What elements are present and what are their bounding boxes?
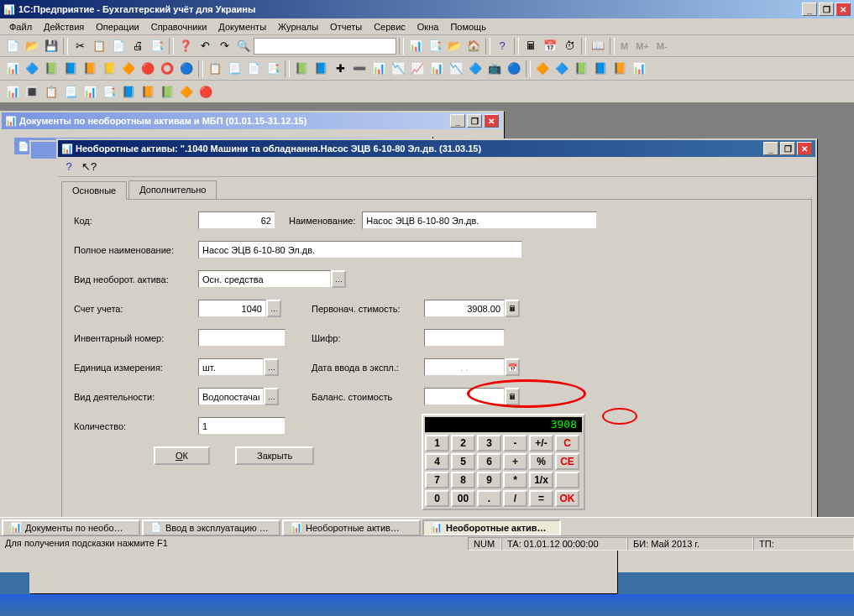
- menu-help[interactable]: Помощь: [444, 20, 492, 34]
- undo-icon[interactable]: ↶: [196, 37, 214, 55]
- book-icon[interactable]: 📖: [589, 37, 607, 55]
- tab-main[interactable]: Основные: [61, 181, 127, 200]
- ok-button[interactable]: ОК: [154, 446, 210, 465]
- t3-8-icon[interactable]: 📙: [139, 83, 157, 102]
- task-assets1[interactable]: 📊Необоротные актив…: [282, 519, 421, 536]
- calc-key-pct[interactable]: %: [529, 453, 553, 470]
- t2-11-icon[interactable]: 📋: [206, 60, 224, 78]
- t2-23-icon[interactable]: 📉: [447, 60, 465, 78]
- paste-icon[interactable]: 📄: [109, 37, 128, 55]
- t3-3-icon[interactable]: 📋: [42, 83, 60, 102]
- toolbar-search-input[interactable]: [254, 38, 396, 55]
- code-input[interactable]: [198, 211, 275, 229]
- t2-21-icon[interactable]: 📈: [408, 60, 427, 78]
- tab-extra[interactable]: Дополнительно: [128, 180, 217, 199]
- qty-input[interactable]: [198, 417, 286, 435]
- calc-key-3[interactable]: 3: [477, 435, 501, 452]
- print-icon[interactable]: 🖨: [128, 37, 147, 55]
- maximize-button[interactable]: ❐: [819, 3, 834, 16]
- menu-actions[interactable]: Действия: [38, 20, 90, 34]
- asset-close-button[interactable]: ✕: [797, 142, 812, 155]
- asset-title-bar[interactable]: 📊 Необоротные активы: ".1040 Машини та о…: [58, 140, 815, 157]
- menu-windows[interactable]: Окна: [411, 20, 445, 34]
- t2-25-icon[interactable]: 📺: [485, 60, 504, 78]
- calc-key-dot[interactable]: .: [477, 490, 501, 507]
- activity-picker-button[interactable]: …: [264, 388, 279, 405]
- cal-icon[interactable]: 📅: [541, 37, 559, 55]
- t2-2-icon[interactable]: 🔷: [23, 60, 41, 78]
- calc-key-0[interactable]: 0: [425, 490, 449, 507]
- t2-24-icon[interactable]: 🔷: [466, 60, 485, 78]
- t3-2-icon[interactable]: 🔳: [23, 83, 41, 102]
- t3-5-icon[interactable]: 📊: [81, 83, 99, 102]
- t2-4-icon[interactable]: 📘: [61, 60, 80, 78]
- asset-type-input[interactable]: [198, 270, 331, 288]
- cipher-input[interactable]: [424, 329, 505, 347]
- calc-key-8[interactable]: 8: [451, 472, 475, 488]
- t2-30-icon[interactable]: 📘: [591, 60, 610, 78]
- menu-refs[interactable]: Справочники: [145, 20, 213, 34]
- calc-key-c[interactable]: C: [555, 435, 579, 452]
- calc-key-7[interactable]: 7: [425, 472, 449, 488]
- t3-11-icon[interactable]: 🔴: [196, 83, 215, 102]
- balance-calc-button[interactable]: 🖩: [505, 388, 520, 405]
- asset-help-icon[interactable]: ?: [60, 158, 78, 176]
- calc-key-eq[interactable]: =: [529, 490, 553, 507]
- calc-key-2[interactable]: 2: [451, 435, 475, 452]
- calc2-icon[interactable]: 🖩: [521, 37, 540, 55]
- calc-key-9[interactable]: 9: [477, 472, 501, 488]
- t2-1-icon[interactable]: 📊: [3, 60, 22, 78]
- redo-icon[interactable]: ↷: [215, 37, 233, 55]
- calc-key-ce[interactable]: CE: [555, 453, 579, 470]
- account-picker-button[interactable]: …: [266, 300, 281, 317]
- account-input[interactable]: [198, 300, 266, 317]
- copy-icon[interactable]: 📋: [90, 37, 108, 55]
- activity-input[interactable]: [198, 388, 264, 405]
- t2-22-icon[interactable]: 📊: [427, 60, 446, 78]
- calc-key-div[interactable]: /: [503, 490, 527, 507]
- calc-key-6[interactable]: 6: [477, 453, 501, 470]
- tb-icon-d[interactable]: 🏠: [464, 37, 483, 55]
- calc-key-1[interactable]: 1: [425, 435, 449, 452]
- m-plus-btn[interactable]: M+: [632, 41, 652, 51]
- save-icon[interactable]: 💾: [42, 37, 60, 55]
- os-taskbar[interactable]: [0, 594, 854, 616]
- tb-icon-c[interactable]: 📂: [445, 37, 464, 55]
- t2-10-icon[interactable]: 🔵: [177, 60, 196, 78]
- t2-15-icon[interactable]: 📗: [292, 60, 311, 78]
- unit-picker-button[interactable]: …: [264, 358, 279, 376]
- docs-max-button[interactable]: ❐: [467, 114, 482, 128]
- t2-7-icon[interactable]: 🔶: [119, 60, 138, 78]
- asset-max-button[interactable]: ❐: [780, 142, 795, 155]
- calc-key-ok[interactable]: OK: [555, 490, 579, 507]
- unit-input[interactable]: [198, 358, 264, 376]
- task-assets2[interactable]: 📊Необоротные актив…: [422, 519, 561, 536]
- close-button[interactable]: ✕: [836, 3, 851, 16]
- tb-icon-a[interactable]: 📊: [406, 37, 425, 55]
- docs-window-title-bar[interactable]: 📊 Документы по необоротным активам и МБП…: [2, 112, 502, 129]
- t3-10-icon[interactable]: 🔶: [177, 83, 196, 102]
- t2-29-icon[interactable]: 📗: [572, 60, 590, 78]
- time-icon[interactable]: ⏱: [560, 37, 579, 55]
- open-icon[interactable]: 📂: [23, 37, 41, 55]
- calc-key-mul[interactable]: *: [503, 472, 527, 488]
- t2-5-icon[interactable]: 📙: [81, 60, 99, 78]
- m-btn[interactable]: M: [617, 41, 631, 51]
- minimize-button[interactable]: _: [802, 3, 817, 16]
- t2-3-icon[interactable]: 📗: [42, 60, 60, 78]
- t2-26-icon[interactable]: 🔵: [505, 60, 523, 78]
- t3-1-icon[interactable]: 📊: [3, 83, 22, 102]
- t2-32-icon[interactable]: 📊: [630, 60, 648, 78]
- asset-cursor-icon[interactable]: ↖?: [80, 158, 98, 176]
- menu-reports[interactable]: Отчеты: [324, 20, 368, 34]
- docs-close-button[interactable]: ✕: [484, 114, 499, 128]
- balance-input[interactable]: [424, 388, 505, 405]
- menu-file[interactable]: Файл: [3, 20, 38, 34]
- find-icon[interactable]: 🔍: [234, 37, 253, 55]
- close-button[interactable]: Закрыть: [235, 446, 314, 465]
- calc-key-4[interactable]: 4: [425, 453, 449, 470]
- t2-14-icon[interactable]: 📑: [264, 60, 282, 78]
- calc-key-5[interactable]: 5: [451, 453, 475, 470]
- preview-icon[interactable]: 📑: [148, 37, 166, 55]
- calc-key-00[interactable]: 00: [451, 490, 475, 507]
